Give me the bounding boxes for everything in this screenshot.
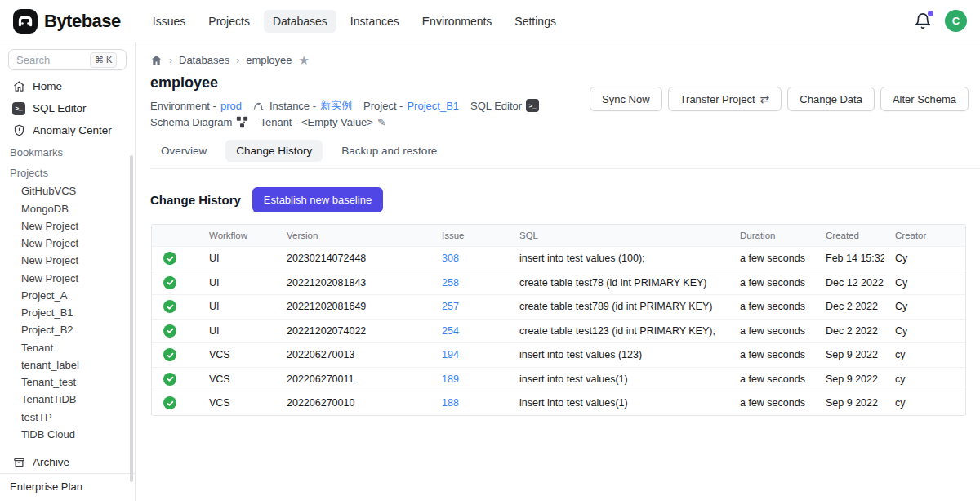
breadcrumb-databases[interactable]: Databases [179,54,229,66]
sidebar-project-testtp[interactable]: testTP [0,409,135,426]
cell-duration: a few seconds [728,253,814,264]
notification-bell-icon[interactable] [914,12,932,30]
nav-issues[interactable]: Issues [144,10,194,33]
col-sql: SQL [508,230,728,240]
cell-version: 20230214072448 [275,253,430,264]
brand-name: Bytebase [44,11,121,32]
success-check-icon [163,324,176,338]
sidebar-project-tenant-test[interactable]: Tenant_test [0,374,135,391]
issue-link[interactable]: 188 [430,397,508,409]
sidebar-project-tenanttidb[interactable]: TenantTiDB [0,391,135,408]
cell-creator: cy [884,397,965,409]
issue-link[interactable]: 308 [430,253,508,264]
user-avatar[interactable]: C [945,10,967,32]
issue-link[interactable]: 254 [430,325,508,337]
project-label: Project - [363,100,403,112]
terminal-icon: >_ [526,99,539,112]
breadcrumb-employee[interactable]: employee [246,54,292,66]
table-row[interactable]: UI 20221202074022 254 create table test1… [152,319,965,343]
establish-baseline-button[interactable]: Establish new baseline [252,187,383,212]
sidebar-item-label: SQL Editor [33,102,87,114]
cell-workflow: UI [198,253,275,264]
transfer-arrows-icon: ⇄ [760,92,770,105]
nav-instances[interactable]: Instances [341,10,408,33]
success-check-icon [163,348,176,361]
issue-link[interactable]: 189 [430,374,508,385]
schema-diagram-label: Schema Diagram [150,116,232,128]
search-input[interactable] [16,54,90,66]
sidebar-project-project-b2[interactable]: Project_B2 [0,321,135,338]
table-row[interactable]: VCS 202206270011 189 insert into test va… [152,367,965,391]
nav-databases[interactable]: Databases [264,10,336,33]
cell-workflow: UI [198,301,275,312]
cell-created: Dec 2 2022 [814,301,884,312]
cell-sql: create table test78 (id int PRIMARY KEY) [508,277,728,289]
change-data-button[interactable]: Change Data [787,87,875,111]
sidebar-project-project-b1[interactable]: Project_B1 [0,304,135,321]
sidebar-scrollbar[interactable] [130,155,133,482]
sidebar-item-home[interactable]: Home [0,75,135,97]
issue-link[interactable]: 258 [430,277,508,289]
table-row[interactable]: VCS 202206270010 188 insert into test va… [152,391,965,415]
breadcrumb-home-icon[interactable] [150,54,163,66]
sidebar-project-project-a[interactable]: Project_A [0,287,135,304]
cell-created: Feb 14 15:32 [814,253,884,264]
sidebar-project-new-project-3[interactable]: New Project [0,252,135,269]
environment-label: Environment - [150,100,216,112]
success-check-icon [163,300,176,313]
sql-editor-label: SQL Editor [470,100,522,112]
sync-now-button[interactable]: Sync Now [590,87,662,111]
instance-link[interactable]: 新实例 [320,98,352,113]
nav-settings[interactable]: Settings [506,10,565,33]
issue-link[interactable]: 257 [430,301,508,312]
col-version: Version [275,230,430,240]
sidebar-project-tidb-cloud[interactable]: TiDB Cloud [0,426,135,443]
bytebase-logo[interactable]: Bytebase [13,9,121,34]
sidebar-item-anomaly-center[interactable]: Anomaly Center [0,119,135,141]
table-row[interactable]: VCS 202206270013 194 insert into test va… [152,342,965,367]
tab-change-history[interactable]: Change History [225,140,323,162]
cell-workflow: VCS [198,374,275,385]
schema-diagram-shortcut[interactable]: Schema Diagram [150,116,248,128]
sidebar-item-archive[interactable]: Archive [0,451,135,473]
nav-projects[interactable]: Projects [199,10,259,33]
nav-environments[interactable]: Environments [413,10,501,33]
sidebar-project-tenant-label[interactable]: tenant_label [0,356,135,374]
cell-creator: Cy [884,301,965,312]
project-link[interactable]: Project_B1 [407,100,459,112]
sidebar-project-githubvcs[interactable]: GitHubVCS [0,182,135,199]
issue-link[interactable]: 194 [430,349,508,360]
archive-icon [12,456,25,469]
table-row[interactable]: UI 20221202081649 257 create table test7… [152,294,965,319]
cell-created: Sep 9 2022 [814,397,884,409]
cell-creator: cy [884,349,965,360]
sidebar-project-new-project-4[interactable]: New Project [0,270,135,287]
alter-schema-button[interactable]: Alter Schema [880,87,969,111]
tab-backup-and-restore[interactable]: Backup and restore [331,140,448,162]
sidebar-project-new-project-2[interactable]: New Project [0,235,135,252]
tab-overview[interactable]: Overview [150,140,217,162]
cell-duration: a few seconds [728,277,814,289]
sidebar-item-sql-editor[interactable]: >_ SQL Editor [0,97,135,119]
sidebar-item-label: Archive [33,456,69,468]
sql-editor-shortcut[interactable]: SQL Editor >_ [470,99,539,112]
sidebar-project-tenant[interactable]: Tenant [0,339,135,356]
transfer-project-button[interactable]: Transfer Project ⇄ [668,87,782,111]
table-row[interactable]: UI 20221202081843 258 create table test7… [152,271,965,295]
environment-link[interactable]: prod [220,100,242,112]
favorite-star-icon[interactable]: ★ [299,54,310,66]
projects-section-label: Projects [0,162,135,182]
edit-pencil-icon[interactable]: ✎ [377,116,386,128]
mysql-engine-icon [253,101,265,111]
col-created: Created [814,230,884,240]
sidebar-project-mongodb[interactable]: MongoDB [0,200,135,217]
terminal-icon: >_ [12,102,25,115]
success-check-icon [163,396,176,409]
table-row[interactable]: UI 20230214072448 308 insert into test v… [152,246,965,271]
cell-creator: Cy [884,325,965,337]
cell-duration: a few seconds [728,349,814,360]
cell-version: 20221202081649 [275,301,430,312]
success-check-icon [163,373,176,386]
search-box[interactable]: ⌘ K [8,49,127,70]
sidebar-project-new-project-1[interactable]: New Project [0,217,135,235]
